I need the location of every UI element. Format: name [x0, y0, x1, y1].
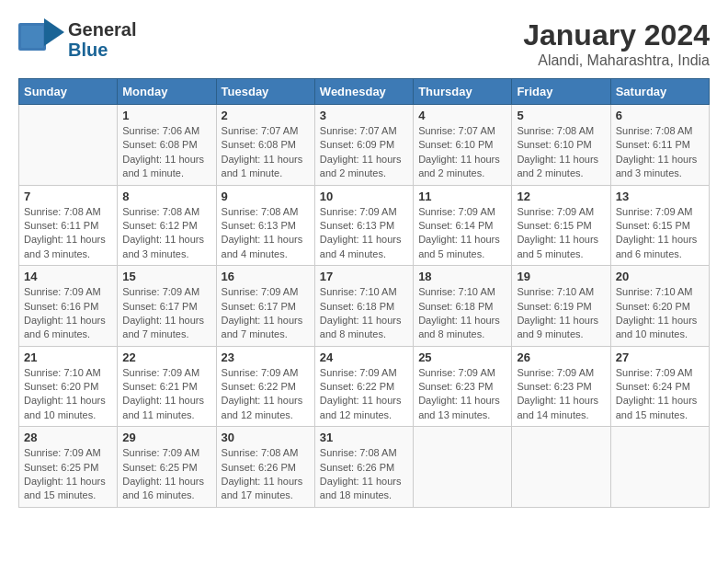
logo: General Blue — [18, 18, 136, 60]
day-info: Sunrise: 7:09 AMSunset: 6:13 PMDaylight:… — [320, 205, 408, 262]
day-number: 13 — [616, 190, 704, 203]
column-header-saturday: Saturday — [610, 79, 709, 105]
day-number: 25 — [418, 350, 506, 364]
day-number: 24 — [320, 350, 408, 364]
day-info: Sunrise: 7:09 AMSunset: 6:22 PMDaylight:… — [320, 366, 408, 423]
day-info: Sunrise: 7:08 AMSunset: 6:26 PMDaylight:… — [320, 446, 408, 503]
calendar-week-row: 14Sunrise: 7:09 AMSunset: 6:16 PMDayligh… — [19, 266, 710, 347]
calendar-subtitle: Alandi, Maharashtra, India — [523, 52, 710, 69]
calendar-cell: 5Sunrise: 7:08 AMSunset: 6:10 PMDaylight… — [512, 105, 610, 186]
calendar-cell: 17Sunrise: 7:10 AMSunset: 6:18 PMDayligh… — [314, 266, 413, 347]
logo-text: General Blue — [68, 19, 136, 60]
day-info: Sunrise: 7:09 AMSunset: 6:17 PMDaylight:… — [122, 285, 210, 342]
calendar-cell: 8Sunrise: 7:08 AMSunset: 6:12 PMDaylight… — [118, 185, 216, 266]
day-info: Sunrise: 7:09 AMSunset: 6:23 PMDaylight:… — [418, 366, 506, 423]
day-number: 14 — [24, 270, 112, 283]
column-header-monday: Monday — [118, 79, 216, 105]
day-info: Sunrise: 7:09 AMSunset: 6:15 PMDaylight:… — [616, 205, 704, 262]
calendar-body: 1Sunrise: 7:06 AMSunset: 6:08 PMDaylight… — [19, 105, 710, 508]
calendar-cell: 9Sunrise: 7:08 AMSunset: 6:13 PMDaylight… — [216, 185, 314, 266]
calendar-cell: 2Sunrise: 7:07 AMSunset: 6:08 PMDaylight… — [216, 105, 314, 186]
calendar-cell: 29Sunrise: 7:09 AMSunset: 6:25 PMDayligh… — [118, 427, 216, 508]
day-info: Sunrise: 7:09 AMSunset: 6:15 PMDaylight:… — [517, 205, 605, 262]
day-number: 1 — [122, 109, 210, 122]
day-info: Sunrise: 7:08 AMSunset: 6:13 PMDaylight:… — [222, 205, 310, 262]
calendar-cell: 18Sunrise: 7:10 AMSunset: 6:18 PMDayligh… — [414, 266, 512, 347]
calendar-cell: 24Sunrise: 7:09 AMSunset: 6:22 PMDayligh… — [314, 346, 413, 427]
calendar-cell: 28Sunrise: 7:09 AMSunset: 6:25 PMDayligh… — [19, 427, 118, 508]
day-number: 22 — [122, 350, 210, 364]
column-header-sunday: Sunday — [19, 79, 118, 105]
day-info: Sunrise: 7:10 AMSunset: 6:18 PMDaylight:… — [418, 285, 506, 342]
calendar-week-row: 1Sunrise: 7:06 AMSunset: 6:08 PMDaylight… — [19, 105, 710, 186]
day-number: 31 — [320, 431, 408, 444]
day-number: 11 — [418, 190, 506, 203]
column-header-tuesday: Tuesday — [216, 79, 314, 105]
calendar-cell — [414, 427, 512, 508]
day-info: Sunrise: 7:07 AMSunset: 6:09 PMDaylight:… — [320, 124, 408, 181]
day-info: Sunrise: 7:09 AMSunset: 6:22 PMDaylight:… — [222, 366, 310, 423]
calendar-cell: 16Sunrise: 7:09 AMSunset: 6:17 PMDayligh… — [216, 266, 314, 347]
day-number: 12 — [517, 190, 605, 203]
day-number: 29 — [122, 431, 210, 444]
logo-icon — [18, 18, 64, 60]
day-info: Sunrise: 7:10 AMSunset: 6:19 PMDaylight:… — [517, 285, 605, 342]
day-info: Sunrise: 7:08 AMSunset: 6:11 PMDaylight:… — [616, 124, 704, 181]
calendar-cell: 31Sunrise: 7:08 AMSunset: 6:26 PMDayligh… — [314, 427, 413, 508]
calendar-cell: 7Sunrise: 7:08 AMSunset: 6:11 PMDaylight… — [19, 185, 118, 266]
day-info: Sunrise: 7:09 AMSunset: 6:16 PMDaylight:… — [24, 285, 112, 342]
calendar-cell: 10Sunrise: 7:09 AMSunset: 6:13 PMDayligh… — [314, 185, 413, 266]
calendar-header: SundayMondayTuesdayWednesdayThursdayFrid… — [19, 79, 710, 105]
day-number: 3 — [320, 109, 408, 122]
day-info: Sunrise: 7:09 AMSunset: 6:23 PMDaylight:… — [517, 366, 605, 423]
day-info: Sunrise: 7:09 AMSunset: 6:21 PMDaylight:… — [122, 366, 210, 423]
calendar-cell: 4Sunrise: 7:07 AMSunset: 6:10 PMDaylight… — [414, 105, 512, 186]
column-header-wednesday: Wednesday — [314, 79, 413, 105]
day-number: 7 — [24, 190, 112, 203]
calendar-cell: 1Sunrise: 7:06 AMSunset: 6:08 PMDaylight… — [118, 105, 216, 186]
column-header-friday: Friday — [512, 79, 610, 105]
day-info: Sunrise: 7:10 AMSunset: 6:20 PMDaylight:… — [616, 285, 704, 342]
day-number: 2 — [222, 109, 310, 122]
day-number: 6 — [616, 109, 704, 122]
day-info: Sunrise: 7:09 AMSunset: 6:25 PMDaylight:… — [122, 446, 210, 503]
calendar-cell: 30Sunrise: 7:08 AMSunset: 6:26 PMDayligh… — [216, 427, 314, 508]
day-number: 27 — [616, 350, 704, 364]
calendar-cell: 19Sunrise: 7:10 AMSunset: 6:19 PMDayligh… — [512, 266, 610, 347]
calendar-cell: 27Sunrise: 7:09 AMSunset: 6:24 PMDayligh… — [610, 346, 709, 427]
day-number: 20 — [616, 270, 704, 283]
day-info: Sunrise: 7:08 AMSunset: 6:10 PMDaylight:… — [517, 124, 605, 181]
day-number: 8 — [122, 190, 210, 203]
page-header: General Blue January 2024 Alandi, Mahara… — [18, 18, 710, 69]
day-number: 23 — [222, 350, 310, 364]
calendar-week-row: 21Sunrise: 7:10 AMSunset: 6:20 PMDayligh… — [19, 346, 710, 427]
calendar-week-row: 28Sunrise: 7:09 AMSunset: 6:25 PMDayligh… — [19, 427, 710, 508]
calendar-title-block: January 2024 Alandi, Maharashtra, India — [523, 18, 710, 69]
day-number: 30 — [222, 431, 310, 444]
calendar-cell: 6Sunrise: 7:08 AMSunset: 6:11 PMDaylight… — [610, 105, 709, 186]
calendar-cell: 21Sunrise: 7:10 AMSunset: 6:20 PMDayligh… — [19, 346, 118, 427]
calendar-cell: 11Sunrise: 7:09 AMSunset: 6:14 PMDayligh… — [414, 185, 512, 266]
day-info: Sunrise: 7:10 AMSunset: 6:18 PMDaylight:… — [320, 285, 408, 342]
calendar-cell — [19, 105, 118, 186]
day-info: Sunrise: 7:06 AMSunset: 6:08 PMDaylight:… — [122, 124, 210, 181]
day-info: Sunrise: 7:08 AMSunset: 6:26 PMDaylight:… — [222, 446, 310, 503]
calendar-cell: 20Sunrise: 7:10 AMSunset: 6:20 PMDayligh… — [610, 266, 709, 347]
day-info: Sunrise: 7:08 AMSunset: 6:11 PMDaylight:… — [24, 205, 112, 262]
calendar-title: January 2024 — [523, 18, 710, 52]
day-number: 16 — [222, 270, 310, 283]
day-info: Sunrise: 7:10 AMSunset: 6:20 PMDaylight:… — [24, 366, 112, 423]
calendar-cell: 26Sunrise: 7:09 AMSunset: 6:23 PMDayligh… — [512, 346, 610, 427]
calendar-cell: 14Sunrise: 7:09 AMSunset: 6:16 PMDayligh… — [19, 266, 118, 347]
column-header-thursday: Thursday — [414, 79, 512, 105]
calendar-cell: 23Sunrise: 7:09 AMSunset: 6:22 PMDayligh… — [216, 346, 314, 427]
calendar-table: SundayMondayTuesdayWednesdayThursdayFrid… — [18, 78, 710, 508]
calendar-cell: 3Sunrise: 7:07 AMSunset: 6:09 PMDaylight… — [314, 105, 413, 186]
day-number: 19 — [517, 270, 605, 283]
svg-rect-2 — [21, 26, 43, 48]
calendar-cell: 15Sunrise: 7:09 AMSunset: 6:17 PMDayligh… — [118, 266, 216, 347]
calendar-cell — [610, 427, 709, 508]
day-number: 4 — [418, 109, 506, 122]
day-number: 18 — [418, 270, 506, 283]
svg-marker-1 — [44, 18, 64, 46]
